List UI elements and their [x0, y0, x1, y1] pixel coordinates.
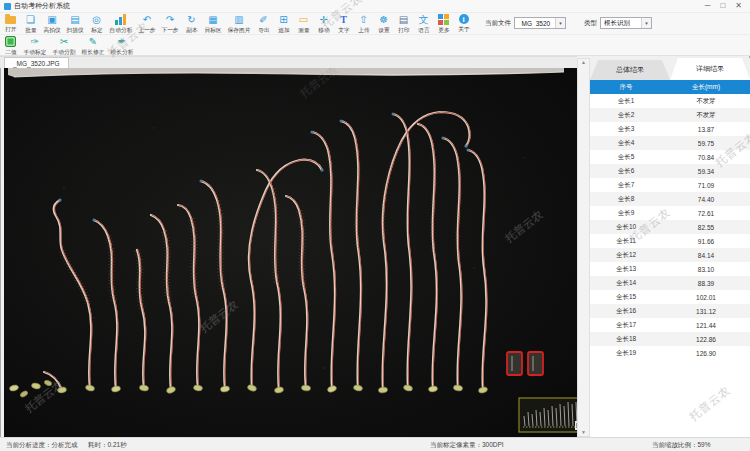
toolbar-button-more[interactable]: 更多 [436, 14, 451, 35]
app-logo-icon [4, 3, 11, 10]
toolbar-button-label: 打印 [398, 26, 409, 35]
toolbar-button-measure[interactable]: ▭测量 [296, 14, 311, 35]
row-index: 全长11 [590, 237, 662, 246]
table-row[interactable]: 全长1383.10 [590, 262, 750, 276]
toolbar-button-duplicate[interactable]: ↻副本 [184, 14, 199, 35]
table-row[interactable]: 全长1191.66 [590, 234, 750, 248]
table-row[interactable]: 全长874.40 [590, 192, 750, 206]
row-length-value: 82.55 [662, 224, 750, 231]
chevron-down-icon[interactable]: ▾ [641, 18, 651, 28]
toolbar-button-label: 上一步 [138, 26, 155, 35]
scroll-down-icon[interactable]: ▼ [581, 429, 586, 436]
minimize-button[interactable]: ─ [705, 1, 711, 11]
table-row[interactable]: 全长570.84 [590, 150, 750, 164]
row-length-value: 71.09 [662, 182, 750, 189]
current-file-select[interactable]: _MG_3520 ▾ [514, 17, 566, 29]
toolbar-button-root-length-correct[interactable]: ✎根长修正 [81, 36, 105, 57]
elapsed-time-status: 耗时：0.21秒 [88, 441, 127, 450]
table-row[interactable]: 全长17121.44 [590, 318, 750, 332]
toolbar-button-doc-camera[interactable]: ▣高拍仪 [43, 14, 61, 35]
specimen-image-area[interactable]: 托普云农 托普云农 托普云农 托普云农 [4, 68, 577, 437]
toolbar-button-manual-calibration[interactable]: ✑手动标定 [23, 36, 47, 57]
toolbar-secondary: 二值✑手动标定✂手动分割✎根长修正✒根长分析 [0, 35, 750, 56]
toolbar-button-export[interactable]: ✐导出 [256, 14, 271, 35]
row-length-value: 70.84 [662, 154, 750, 161]
table-row[interactable]: 全长972.61 [590, 206, 750, 220]
text-t-icon: T [338, 14, 350, 25]
toolbar-button-language[interactable]: 文语言 [416, 14, 431, 35]
toolbar-button-next-step[interactable]: ↷下一步 [161, 14, 179, 35]
more-grid-icon [438, 14, 449, 25]
gear-icon: ☸ [378, 14, 390, 25]
table-row[interactable]: 全长1488.39 [590, 276, 750, 290]
toolbar-button-text-tool[interactable]: T文字 [336, 14, 351, 35]
table-row[interactable]: 全长459.75 [590, 136, 750, 150]
column-header-index: 序号 [590, 83, 662, 92]
pencil-edit-icon: ✎ [87, 36, 99, 47]
row-length-value: 88.39 [662, 280, 750, 287]
status-bar: 当前分析进度：分析完成 耗时：0.21秒 当前标定像素量：300DPI 当前缩放… [0, 437, 750, 451]
row-length-value: 59.75 [662, 140, 750, 147]
table-row[interactable]: 全长1不发芽 [590, 94, 750, 108]
toolbar-button-binarize[interactable]: 二值 [3, 36, 18, 57]
row-index: 全长13 [590, 265, 662, 274]
toolbar-button-settings[interactable]: ☸设置 [376, 14, 391, 35]
scroll-up-icon[interactable]: ▲ [581, 59, 586, 66]
table-row[interactable]: 全长659.34 [590, 164, 750, 178]
row-length-value: 不发芽 [662, 97, 750, 106]
table-row[interactable]: 全长771.09 [590, 178, 750, 192]
toolbar-button-open[interactable]: 打开 [3, 14, 18, 34]
row-index: 全长19 [590, 349, 662, 358]
move-cross-icon: ✛ [318, 14, 330, 25]
row-index: 全长5 [590, 153, 662, 162]
table-row[interactable]: 全长19126.90 [590, 346, 750, 360]
toolbar-button-batch[interactable]: ❏批量 [23, 14, 38, 35]
batch-icon: ❏ [25, 14, 37, 25]
row-index: 全长1 [590, 97, 662, 106]
type-select[interactable]: 根长识别 ▾ [600, 17, 652, 29]
row-index: 全长8 [590, 195, 662, 204]
toolbar-button-auto-analysis[interactable]: 自动分析 [109, 14, 133, 35]
toolbar-button-target-area[interactable]: ▦目标区 [204, 14, 222, 35]
toolbar-button-save-image[interactable]: ▥保存图片 [227, 14, 251, 35]
results-panel: 总体结果 详细结果 序号 全长(mm) 全长1不发芽全长2不发芽全长313.87… [590, 58, 750, 437]
toolbar-button-label: 上传 [358, 26, 369, 35]
tab-overall-results[interactable]: 总体结果 [590, 60, 670, 80]
toolbar-button-root-length-analysis[interactable]: ✒根长分析 [110, 36, 134, 57]
table-row[interactable]: 全长1284.14 [590, 248, 750, 262]
table-row[interactable]: 全长313.87 [590, 122, 750, 136]
column-header-length: 全长(mm) [662, 83, 750, 92]
document-camera-icon: ▣ [46, 14, 58, 25]
toolbar-button-move[interactable]: ✛移动 [316, 14, 331, 35]
chevron-down-icon[interactable]: ▾ [555, 18, 565, 28]
ruler-icon: ▭ [298, 14, 310, 25]
table-row[interactable]: 全长18122.86 [590, 332, 750, 346]
toolbar-button-upload[interactable]: ⇧上传 [356, 14, 371, 35]
minimap[interactable] [519, 398, 577, 432]
printer-icon: ▤ [398, 14, 410, 25]
tab-detailed-results[interactable]: 详细结果 [670, 58, 750, 80]
type-group: 类型 根长识别 ▾ [584, 17, 652, 29]
manual-calibration-pen-icon: ✑ [29, 36, 41, 47]
toolbar-button-label: 导出 [258, 26, 269, 35]
toolbar-button-scanner[interactable]: ▤扫描仪 [66, 14, 84, 35]
toolbar-button-append[interactable]: ⊞追加 [276, 14, 291, 35]
toolbar-button-label: 打开 [5, 25, 16, 34]
toolbar-button-manual-split[interactable]: ✂手动分割 [52, 36, 76, 57]
table-row[interactable]: 全长15102.01 [590, 290, 750, 304]
toolbar-button-calibration[interactable]: ◎标定 [89, 14, 104, 35]
toolbar-button-label: 副本 [186, 26, 197, 35]
maximize-button[interactable]: □ [720, 1, 725, 11]
redo-arrow-icon: ↷ [164, 14, 176, 25]
toolbar-button-print[interactable]: ▤打印 [396, 14, 411, 35]
table-row[interactable]: 全长16131.12 [590, 304, 750, 318]
toolbar-button-about[interactable]: i关于 [456, 14, 471, 34]
table-row[interactable]: 全长1082.55 [590, 220, 750, 234]
toolbar-button-previous-step[interactable]: ↶上一步 [138, 14, 156, 35]
toolbar-button-label: 目标区 [204, 26, 221, 35]
close-button[interactable]: ✕ [735, 1, 742, 11]
image-vertical-scrollbar[interactable]: ▲ ▼ [577, 58, 590, 437]
calibration-dpi-status: 当前标定像素量：300DPI [430, 441, 504, 450]
table-row[interactable]: 全长2不发芽 [590, 108, 750, 122]
row-index: 全长10 [590, 223, 662, 232]
